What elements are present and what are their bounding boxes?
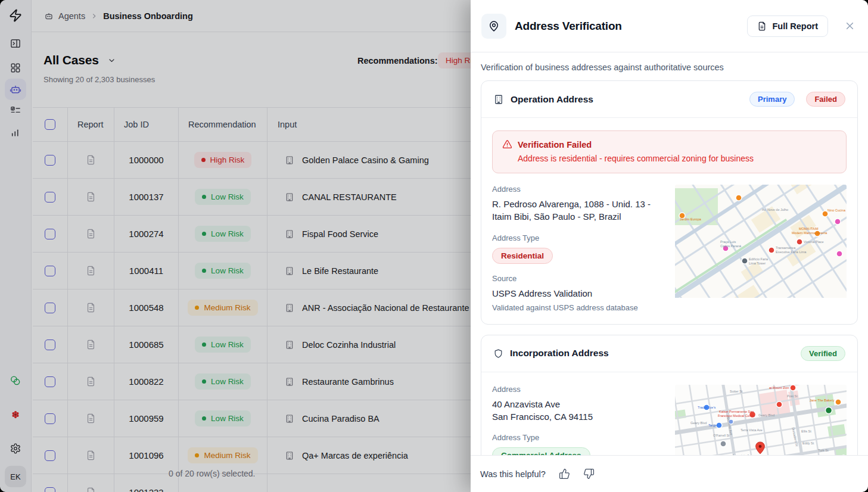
alert-title: Verification Failed [518,140,592,150]
address-value: 40 Anzavista Ave San Francisco, CA 94115 [492,398,663,424]
full-report-button[interactable]: Full Report [747,15,828,37]
address-verification-panel: Address Verification Full Report Verific… [471,0,868,492]
address-value: R. Pedroso Alvarenga, 1088 - Unid. 13 - … [492,198,663,223]
map-pin-icon [481,14,506,39]
panel-body: Verification of business addresses again… [471,52,868,455]
map-label: Trader Joe's [698,406,715,409]
report-document-icon [757,21,767,31]
map-label: MOMA ITAIM [799,227,819,231]
thumbs-down-icon[interactable] [583,468,595,479]
incorporation-address-card: Incorporation Address Verified Address 4… [481,335,858,455]
map-label: Turk St [818,449,829,452]
operation-address-map[interactable]: Jardim Europa Av. Nove de Julho Nino Cuc… [675,185,847,312]
map-label: Nino Cucina [827,208,846,212]
map-label: Sutter St [730,390,743,393]
map-label: Lima Tower [749,261,766,265]
map-label: Praça Luís [720,240,736,244]
building-icon [493,94,504,105]
app-window: EK Agents Business Onboarding All Cases … [0,0,868,492]
residential-badge: Residential [492,248,553,264]
thumbs-up-icon[interactable] [559,468,570,479]
primary-badge: Primary [749,92,795,107]
close-icon[interactable] [844,20,856,32]
map-label: Jardim Europa [680,217,702,221]
panel-header: Address Verification Full Report [471,0,868,52]
map-label: Geary Blvd [690,421,707,425]
map-label: Carlos Paraná [720,244,742,248]
map-label: Terra Vista Ave [741,428,763,432]
warning-triangle-icon [502,139,512,150]
map-label: Eddy St [802,441,814,445]
address-type-label: Address Type [492,233,663,242]
address-type-label: Address Type [492,433,663,442]
map-label: Post St [787,394,798,398]
source-value: USPS Address Validation [492,287,663,300]
failed-badge: Failed [806,92,845,107]
incorporation-address-map[interactable]: Trader Joe's Kaiser Permanente San Franc… [675,385,847,455]
map-label: at Mount Zion [769,386,789,390]
address-label: Address [492,385,663,394]
map-label: Kaiser Permanente San [719,410,754,413]
map-label: Av. Nove de Julho [762,208,788,211]
panel-title: Address Verification [515,20,739,33]
source-label: Source [492,274,663,283]
card-title: Operation Address [511,94,743,105]
shield-icon [493,348,503,359]
map-label: O'Farrell St [713,434,730,437]
source-note: Validated against USPS address database [492,303,663,312]
map-label: Target [708,424,718,427]
map-label: Jane The Bakery [810,398,835,402]
map-label: Victoria Place [804,240,824,244]
panel-description: Verification of business addresses again… [481,63,858,72]
map-label: Executive Faria Lima [776,250,807,254]
feedback-bar: Was this helpful? [471,455,868,492]
map-label: Transamerica [776,246,796,250]
feedback-question: Was this helpful? [480,469,546,479]
map-label: Geary Blvd [758,413,774,417]
verification-failed-alert: Verification Failed Address is residenti… [492,130,847,173]
map-label: Edifício Faria [749,257,769,261]
map-label: Francisco Medical Center [718,414,755,418]
alert-message: Address is residential - requires commer… [518,154,836,163]
commercial-badge: Commercial Address [492,447,590,455]
card-title: Incorporation Address [510,348,794,359]
map-label: Modern Mamma Osteria [792,231,827,235]
operation-address-card: Operation Address Primary Failed Verific… [481,80,858,325]
address-label: Address [492,185,663,194]
map-label: Ellis St [801,429,811,433]
full-report-label: Full Report [772,21,818,31]
verified-badge: Verified [801,346,845,361]
